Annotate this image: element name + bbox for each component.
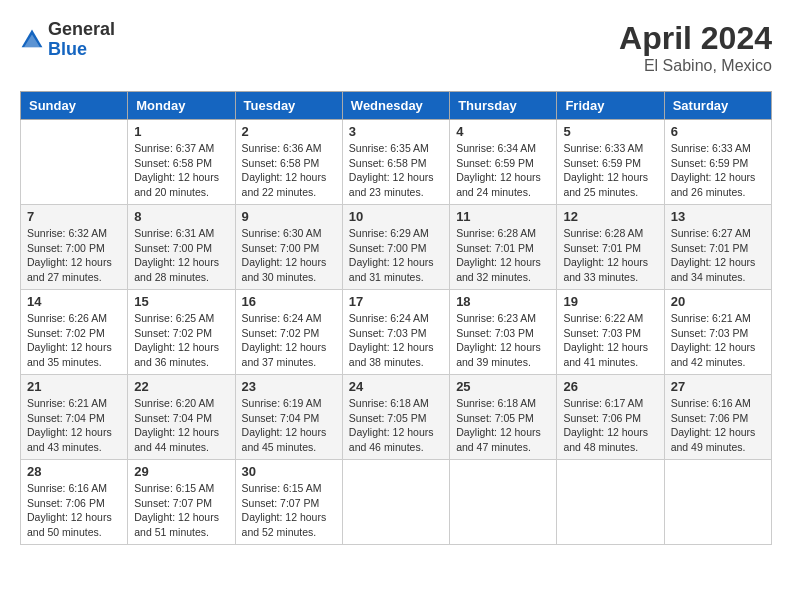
day-info: Sunrise: 6:18 AM Sunset: 7:05 PM Dayligh… xyxy=(349,396,443,455)
calendar-cell: 30Sunrise: 6:15 AM Sunset: 7:07 PM Dayli… xyxy=(235,460,342,545)
day-number: 26 xyxy=(563,379,657,394)
day-number: 23 xyxy=(242,379,336,394)
day-info: Sunrise: 6:30 AM Sunset: 7:00 PM Dayligh… xyxy=(242,226,336,285)
day-info: Sunrise: 6:37 AM Sunset: 6:58 PM Dayligh… xyxy=(134,141,228,200)
day-number: 22 xyxy=(134,379,228,394)
calendar-cell xyxy=(342,460,449,545)
calendar-cell: 6Sunrise: 6:33 AM Sunset: 6:59 PM Daylig… xyxy=(664,120,771,205)
weekday-header-sunday: Sunday xyxy=(21,92,128,120)
weekday-header-saturday: Saturday xyxy=(664,92,771,120)
logo-blue-text: Blue xyxy=(48,40,115,60)
day-info: Sunrise: 6:31 AM Sunset: 7:00 PM Dayligh… xyxy=(134,226,228,285)
day-number: 4 xyxy=(456,124,550,139)
calendar-cell xyxy=(21,120,128,205)
day-number: 17 xyxy=(349,294,443,309)
day-info: Sunrise: 6:16 AM Sunset: 7:06 PM Dayligh… xyxy=(27,481,121,540)
day-number: 20 xyxy=(671,294,765,309)
calendar-cell: 26Sunrise: 6:17 AM Sunset: 7:06 PM Dayli… xyxy=(557,375,664,460)
weekday-header-tuesday: Tuesday xyxy=(235,92,342,120)
day-info: Sunrise: 6:26 AM Sunset: 7:02 PM Dayligh… xyxy=(27,311,121,370)
day-number: 2 xyxy=(242,124,336,139)
calendar-cell: 3Sunrise: 6:35 AM Sunset: 6:58 PM Daylig… xyxy=(342,120,449,205)
day-info: Sunrise: 6:33 AM Sunset: 6:59 PM Dayligh… xyxy=(671,141,765,200)
day-number: 8 xyxy=(134,209,228,224)
calendar-cell xyxy=(664,460,771,545)
day-info: Sunrise: 6:35 AM Sunset: 6:58 PM Dayligh… xyxy=(349,141,443,200)
calendar-cell: 24Sunrise: 6:18 AM Sunset: 7:05 PM Dayli… xyxy=(342,375,449,460)
day-number: 6 xyxy=(671,124,765,139)
page-header: General Blue April 2024 El Sabino, Mexic… xyxy=(20,20,772,75)
day-info: Sunrise: 6:20 AM Sunset: 7:04 PM Dayligh… xyxy=(134,396,228,455)
month-title: April 2024 xyxy=(619,20,772,57)
day-number: 19 xyxy=(563,294,657,309)
day-info: Sunrise: 6:24 AM Sunset: 7:02 PM Dayligh… xyxy=(242,311,336,370)
week-row-5: 28Sunrise: 6:16 AM Sunset: 7:06 PM Dayli… xyxy=(21,460,772,545)
day-info: Sunrise: 6:15 AM Sunset: 7:07 PM Dayligh… xyxy=(242,481,336,540)
title-block: April 2024 El Sabino, Mexico xyxy=(619,20,772,75)
day-number: 9 xyxy=(242,209,336,224)
calendar-cell: 27Sunrise: 6:16 AM Sunset: 7:06 PM Dayli… xyxy=(664,375,771,460)
calendar-cell: 23Sunrise: 6:19 AM Sunset: 7:04 PM Dayli… xyxy=(235,375,342,460)
day-number: 3 xyxy=(349,124,443,139)
day-number: 16 xyxy=(242,294,336,309)
calendar-cell: 1Sunrise: 6:37 AM Sunset: 6:58 PM Daylig… xyxy=(128,120,235,205)
day-info: Sunrise: 6:25 AM Sunset: 7:02 PM Dayligh… xyxy=(134,311,228,370)
day-info: Sunrise: 6:21 AM Sunset: 7:04 PM Dayligh… xyxy=(27,396,121,455)
day-info: Sunrise: 6:36 AM Sunset: 6:58 PM Dayligh… xyxy=(242,141,336,200)
day-info: Sunrise: 6:19 AM Sunset: 7:04 PM Dayligh… xyxy=(242,396,336,455)
day-number: 24 xyxy=(349,379,443,394)
day-info: Sunrise: 6:32 AM Sunset: 7:00 PM Dayligh… xyxy=(27,226,121,285)
day-number: 30 xyxy=(242,464,336,479)
day-info: Sunrise: 6:21 AM Sunset: 7:03 PM Dayligh… xyxy=(671,311,765,370)
day-info: Sunrise: 6:22 AM Sunset: 7:03 PM Dayligh… xyxy=(563,311,657,370)
week-row-4: 21Sunrise: 6:21 AM Sunset: 7:04 PM Dayli… xyxy=(21,375,772,460)
day-number: 13 xyxy=(671,209,765,224)
calendar-cell: 18Sunrise: 6:23 AM Sunset: 7:03 PM Dayli… xyxy=(450,290,557,375)
day-info: Sunrise: 6:27 AM Sunset: 7:01 PM Dayligh… xyxy=(671,226,765,285)
calendar-cell: 15Sunrise: 6:25 AM Sunset: 7:02 PM Dayli… xyxy=(128,290,235,375)
calendar-table: SundayMondayTuesdayWednesdayThursdayFrid… xyxy=(20,91,772,545)
day-number: 27 xyxy=(671,379,765,394)
calendar-cell: 12Sunrise: 6:28 AM Sunset: 7:01 PM Dayli… xyxy=(557,205,664,290)
calendar-cell: 9Sunrise: 6:30 AM Sunset: 7:00 PM Daylig… xyxy=(235,205,342,290)
calendar-cell xyxy=(557,460,664,545)
calendar-cell: 19Sunrise: 6:22 AM Sunset: 7:03 PM Dayli… xyxy=(557,290,664,375)
weekday-header-monday: Monday xyxy=(128,92,235,120)
day-number: 18 xyxy=(456,294,550,309)
calendar-cell: 14Sunrise: 6:26 AM Sunset: 7:02 PM Dayli… xyxy=(21,290,128,375)
day-number: 1 xyxy=(134,124,228,139)
calendar-cell: 28Sunrise: 6:16 AM Sunset: 7:06 PM Dayli… xyxy=(21,460,128,545)
day-number: 29 xyxy=(134,464,228,479)
day-info: Sunrise: 6:17 AM Sunset: 7:06 PM Dayligh… xyxy=(563,396,657,455)
logo: General Blue xyxy=(20,20,115,60)
calendar-cell: 16Sunrise: 6:24 AM Sunset: 7:02 PM Dayli… xyxy=(235,290,342,375)
calendar-cell: 21Sunrise: 6:21 AM Sunset: 7:04 PM Dayli… xyxy=(21,375,128,460)
weekday-header-friday: Friday xyxy=(557,92,664,120)
weekday-header-thursday: Thursday xyxy=(450,92,557,120)
day-info: Sunrise: 6:18 AM Sunset: 7:05 PM Dayligh… xyxy=(456,396,550,455)
calendar-cell: 29Sunrise: 6:15 AM Sunset: 7:07 PM Dayli… xyxy=(128,460,235,545)
calendar-cell: 7Sunrise: 6:32 AM Sunset: 7:00 PM Daylig… xyxy=(21,205,128,290)
day-number: 7 xyxy=(27,209,121,224)
weekday-header-wednesday: Wednesday xyxy=(342,92,449,120)
week-row-2: 7Sunrise: 6:32 AM Sunset: 7:00 PM Daylig… xyxy=(21,205,772,290)
day-info: Sunrise: 6:34 AM Sunset: 6:59 PM Dayligh… xyxy=(456,141,550,200)
day-info: Sunrise: 6:28 AM Sunset: 7:01 PM Dayligh… xyxy=(563,226,657,285)
calendar-cell: 4Sunrise: 6:34 AM Sunset: 6:59 PM Daylig… xyxy=(450,120,557,205)
day-number: 28 xyxy=(27,464,121,479)
week-row-3: 14Sunrise: 6:26 AM Sunset: 7:02 PM Dayli… xyxy=(21,290,772,375)
calendar-cell: 10Sunrise: 6:29 AM Sunset: 7:00 PM Dayli… xyxy=(342,205,449,290)
calendar-cell: 2Sunrise: 6:36 AM Sunset: 6:58 PM Daylig… xyxy=(235,120,342,205)
day-info: Sunrise: 6:15 AM Sunset: 7:07 PM Dayligh… xyxy=(134,481,228,540)
logo-general-text: General xyxy=(48,20,115,40)
location: El Sabino, Mexico xyxy=(619,57,772,75)
calendar-cell: 25Sunrise: 6:18 AM Sunset: 7:05 PM Dayli… xyxy=(450,375,557,460)
day-info: Sunrise: 6:29 AM Sunset: 7:00 PM Dayligh… xyxy=(349,226,443,285)
day-info: Sunrise: 6:33 AM Sunset: 6:59 PM Dayligh… xyxy=(563,141,657,200)
logo-icon xyxy=(20,28,44,52)
day-info: Sunrise: 6:28 AM Sunset: 7:01 PM Dayligh… xyxy=(456,226,550,285)
calendar-cell: 13Sunrise: 6:27 AM Sunset: 7:01 PM Dayli… xyxy=(664,205,771,290)
day-number: 5 xyxy=(563,124,657,139)
day-info: Sunrise: 6:24 AM Sunset: 7:03 PM Dayligh… xyxy=(349,311,443,370)
calendar-cell xyxy=(450,460,557,545)
